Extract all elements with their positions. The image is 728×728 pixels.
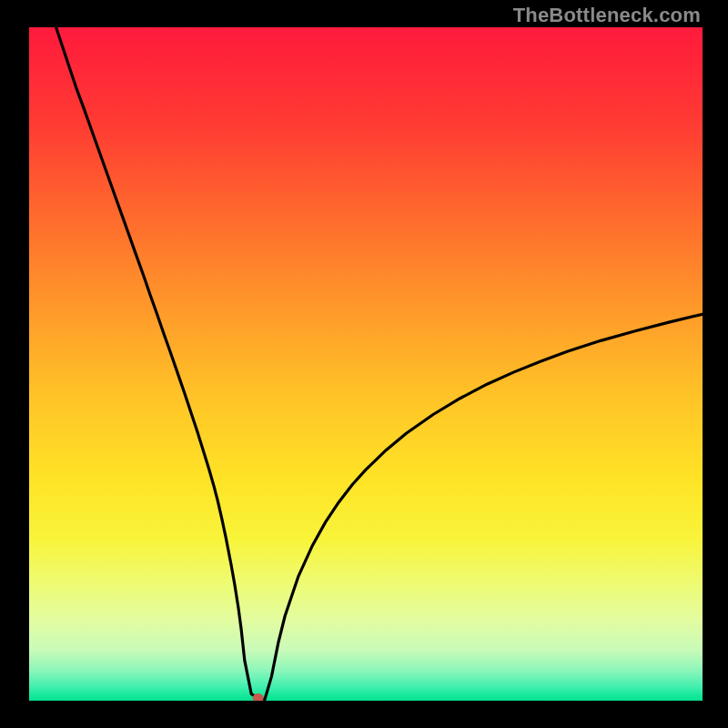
gradient-background <box>29 27 703 701</box>
plot-area <box>29 27 703 701</box>
chart-frame: TheBottleneck.com <box>0 0 728 728</box>
bottleneck-chart <box>29 27 703 701</box>
watermark-text: TheBottleneck.com <box>513 4 701 27</box>
